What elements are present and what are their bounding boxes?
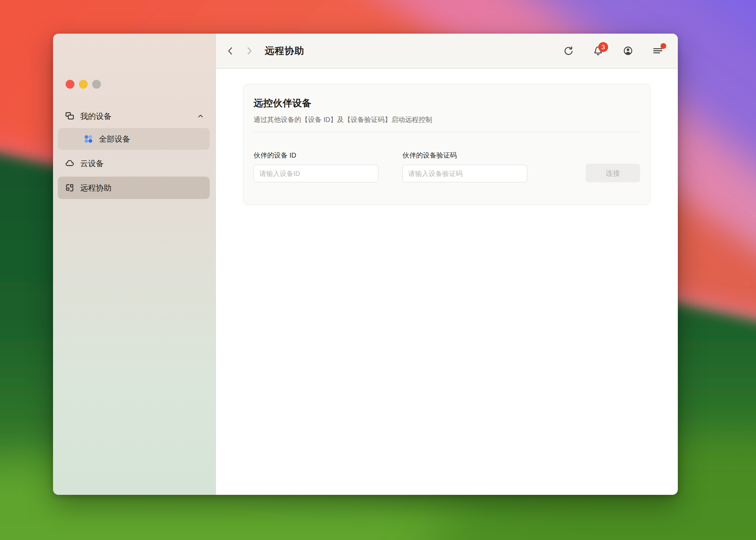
- menu-button[interactable]: [653, 46, 663, 56]
- refresh-button[interactable]: [563, 46, 573, 56]
- sidebar-item-cloud-devices[interactable]: 云设备: [58, 152, 210, 174]
- sidebar-item-remote-assist[interactable]: 远程协助: [58, 177, 210, 199]
- sidebar: 我的设备: [53, 34, 216, 495]
- sidebar-item-label: 远程协助: [80, 183, 111, 193]
- desktop: 我的设备: [0, 0, 756, 540]
- device-code-label: 伙伴的设备验证码: [402, 151, 527, 159]
- forward-button[interactable]: [244, 46, 254, 56]
- app-window: 我的设备: [53, 34, 678, 495]
- refresh-icon: [563, 46, 573, 56]
- remote-control-card: 远控伙伴设备 通过其他设备的【设备 ID】及【设备验证码】启动远程控制 伙伴的设…: [243, 84, 651, 205]
- notifications-button[interactable]: 3: [593, 46, 603, 56]
- divider: [254, 132, 640, 132]
- devices-icon: [65, 111, 75, 121]
- device-id-input[interactable]: [254, 165, 378, 182]
- sidebar-item-all-devices[interactable]: 全部设备: [58, 128, 210, 150]
- close-window-button[interactable]: [66, 80, 74, 89]
- back-button[interactable]: [225, 46, 236, 56]
- connect-button[interactable]: 连接: [586, 164, 640, 182]
- zoom-window-button[interactable]: [92, 80, 101, 89]
- device-id-field-group: 伙伴的设备 ID: [254, 151, 378, 182]
- remote-assist-icon: [65, 183, 75, 193]
- connect-form: 伙伴的设备 ID 伙伴的设备验证码 连接: [254, 151, 640, 204]
- window-controls: [66, 80, 101, 89]
- user-icon: [623, 46, 633, 56]
- sidebar-item-my-devices[interactable]: 我的设备: [58, 109, 210, 123]
- account-button[interactable]: [623, 46, 633, 56]
- sidebar-item-label: 我的设备: [80, 111, 111, 122]
- header: 远程协助 3: [216, 34, 678, 69]
- device-code-field-group: 伙伴的设备验证码: [402, 151, 527, 182]
- all-devices-icon: [83, 134, 93, 144]
- header-actions: 3: [563, 46, 663, 56]
- page-title: 远程协助: [265, 44, 304, 57]
- card-title: 远控伙伴设备: [254, 96, 640, 110]
- sidebar-nav: 我的设备: [58, 109, 210, 199]
- cloud-icon: [65, 158, 75, 168]
- chevron-up-icon[interactable]: [197, 112, 204, 120]
- card-subtitle: 通过其他设备的【设备 ID】及【设备验证码】启动远程控制: [254, 115, 640, 124]
- device-id-label: 伙伴的设备 ID: [254, 151, 378, 159]
- notification-badge: 3: [598, 42, 608, 52]
- minimize-window-button[interactable]: [79, 80, 88, 89]
- main-area: 远程协助 3: [216, 34, 678, 495]
- menu-alert-dot: [660, 43, 666, 49]
- page-content: 远控伙伴设备 通过其他设备的【设备 ID】及【设备验证码】启动远程控制 伙伴的设…: [216, 69, 678, 495]
- sidebar-item-label: 全部设备: [99, 134, 130, 144]
- sidebar-item-label: 云设备: [80, 158, 104, 169]
- device-code-input[interactable]: [402, 165, 527, 182]
